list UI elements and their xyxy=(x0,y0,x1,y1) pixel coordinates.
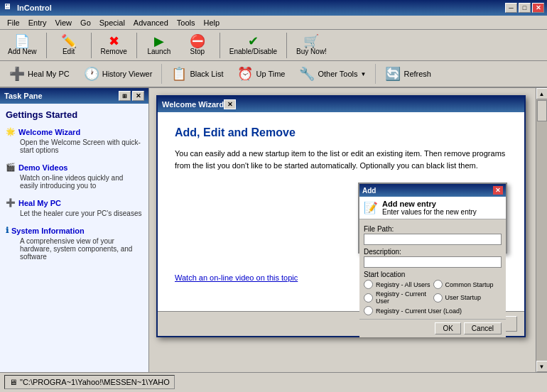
add-dialog-title-text: Add xyxy=(362,187,376,195)
toolbar-sep-3 xyxy=(136,33,137,58)
other-tools-button[interactable]: 🔧 Other Tools ▼ xyxy=(293,63,372,85)
history-viewer-button[interactable]: 🕐 History Viewer xyxy=(77,63,159,85)
demo-text: Watch on-line videos quickly and easily … xyxy=(6,174,143,190)
description-input[interactable] xyxy=(364,256,502,268)
add-cancel-button[interactable]: Cancel xyxy=(464,322,502,334)
radio-common-startup-input[interactable] xyxy=(433,280,443,289)
start-location-label: Start location xyxy=(364,271,502,278)
content-area: Welcome Wizard ✕ Add, Edit and Remove Yo… xyxy=(149,88,547,372)
launch-icon: ▶ xyxy=(154,35,164,48)
task-pane-header: Task Pane ⊞ ✕ xyxy=(0,88,148,104)
heal-section-title: Heal My PC xyxy=(18,199,61,207)
refresh-label: Refresh xyxy=(404,70,431,78)
radio-common-startup: Common Startup xyxy=(433,280,502,289)
toolbar-sep-5 xyxy=(286,33,287,58)
toolbar-sep-2 xyxy=(91,33,92,58)
sysinfo-title: System Information xyxy=(11,227,85,235)
add-dialog-header-title: Add new entry xyxy=(382,200,477,208)
enable-disable-label: Enable/Disable xyxy=(229,48,277,55)
window-controls: ─ □ ✕ xyxy=(505,3,544,13)
toolbar-sep-4 xyxy=(220,33,220,58)
radio-current-user-input[interactable] xyxy=(364,293,373,303)
radio-common-startup-label: Common Startup xyxy=(445,281,494,288)
toolbar2-sep-1 xyxy=(161,64,162,84)
filepath-input[interactable] xyxy=(364,234,502,245)
scroll-thumb[interactable] xyxy=(537,100,547,121)
welcome-wizard-link[interactable]: 🌟 Welcome Wizard xyxy=(6,127,143,136)
remove-button[interactable]: ✖ Remove xyxy=(96,33,132,58)
menu-advanced[interactable]: Advanced xyxy=(129,17,173,28)
add-dialog-inner: 📝 Add new entry Enter values for the new… xyxy=(359,197,506,337)
edit-button[interactable]: ✏️ Edit xyxy=(51,33,87,58)
scroll-down-button[interactable]: ▼ xyxy=(536,361,548,372)
radio-current-user: Registry - Current User xyxy=(364,290,433,305)
radio-all-users-input[interactable] xyxy=(364,280,373,289)
wizard-content: Add, Edit and Remove You can easily add … xyxy=(158,112,524,311)
wizard-dialog: Welcome Wizard ✕ Add, Edit and Remove Yo… xyxy=(156,95,526,337)
radio-current-user-load-input[interactable] xyxy=(364,306,373,315)
scrollbar[interactable]: ▲ ▼ xyxy=(536,88,547,372)
menu-special[interactable]: Special xyxy=(95,17,129,28)
toolbar-sep-1 xyxy=(46,33,47,58)
menu-file[interactable]: File xyxy=(3,17,24,28)
close-button[interactable]: ✕ xyxy=(532,3,544,13)
task-pane-float-button[interactable]: ⊞ xyxy=(119,91,131,101)
menu-tools[interactable]: Tools xyxy=(173,17,200,28)
uptime-button[interactable]: ⏰ Up Time xyxy=(231,63,291,85)
buy-now-icon: 🛒 xyxy=(303,35,319,48)
welcome-icon: 🌟 xyxy=(6,127,16,136)
welcome-title: Welcome Wizard xyxy=(18,128,80,136)
minimize-button[interactable]: ─ xyxy=(505,3,517,13)
demo-icon: 🎬 xyxy=(6,163,16,172)
stop-button[interactable]: ⛔ Stop xyxy=(180,33,215,58)
blacklist-icon: 📋 xyxy=(171,66,187,82)
remove-label: Remove xyxy=(101,48,127,55)
scroll-up-button[interactable]: ▲ xyxy=(536,88,548,99)
startup-icon: 🖥 xyxy=(9,378,17,386)
blacklist-label: Black List xyxy=(190,70,223,78)
enable-disable-icon: ✔ xyxy=(248,35,259,48)
edit-icon: ✏️ xyxy=(61,35,77,48)
title-bar: 🖥 InControl ─ □ ✕ xyxy=(0,0,547,16)
history-label: History Viewer xyxy=(102,70,153,78)
dropdown-arrow-icon: ▼ xyxy=(361,71,367,77)
radio-current-user-load: Registry - Current User (Load) xyxy=(364,306,502,315)
app-title: InControl xyxy=(17,4,505,12)
history-icon: 🕐 xyxy=(84,66,99,82)
task-pane-section-sysinfo: ℹ System Information A comprehensive vie… xyxy=(6,226,143,261)
add-new-button[interactable]: 📄 Add New xyxy=(3,33,42,58)
heal-pc-link[interactable]: ➕ Heal My PC xyxy=(6,198,143,207)
heal-button[interactable]: ➕ Heal My PC xyxy=(3,63,76,85)
other-tools-icon: 🔧 xyxy=(299,66,315,82)
heal-label: Heal My PC xyxy=(28,70,70,78)
radio-all-users: Registry - All Users xyxy=(364,280,433,289)
maximize-button[interactable]: □ xyxy=(519,3,531,13)
add-dialog-header: 📝 Add new entry Enter values for the new… xyxy=(359,197,506,219)
buy-now-label: Buy Now! xyxy=(296,48,327,55)
sysinfo-link[interactable]: ℹ System Information xyxy=(6,226,143,235)
radio-user-startup-input[interactable] xyxy=(433,293,443,303)
demo-videos-link[interactable]: 🎬 Demo Videos xyxy=(6,163,143,172)
app-icon: 🖥 xyxy=(3,2,14,13)
add-ok-button[interactable]: OK xyxy=(435,322,460,334)
refresh-icon: 🔄 xyxy=(385,66,401,82)
enable-disable-button[interactable]: ✔ Enable/Disable xyxy=(224,33,282,58)
refresh-button[interactable]: 🔄 Refresh xyxy=(379,63,438,85)
stop-icon: ⛔ xyxy=(190,35,205,48)
menu-help[interactable]: Help xyxy=(199,17,224,28)
add-dialog-header-sub: Enter values for the new entry xyxy=(382,208,477,216)
heal-text: Let the healer cure your PC's diseases xyxy=(6,209,143,217)
wizard-video-link[interactable]: Watch an on-line video on this topic xyxy=(175,273,298,282)
blacklist-button[interactable]: 📋 Black List xyxy=(165,63,229,85)
task-pane-section-welcome: 🌟 Welcome Wizard Open the Welcome Screen… xyxy=(6,127,143,154)
add-dialog-close-button[interactable]: ✕ xyxy=(493,186,503,195)
edit-label: Edit xyxy=(63,48,75,55)
buy-now-button[interactable]: 🛒 Buy Now! xyxy=(291,33,332,58)
main-toolbar: 📄 Add New ✏️ Edit ✖ Remove ▶ Launch ⛔ St… xyxy=(0,30,547,61)
launch-button[interactable]: ▶ Launch xyxy=(141,33,177,58)
menu-entry[interactable]: Entry xyxy=(24,17,51,28)
wizard-close-button[interactable]: ✕ xyxy=(224,99,236,109)
menu-view[interactable]: View xyxy=(50,17,76,28)
task-pane-close-button[interactable]: ✕ xyxy=(132,91,144,101)
menu-go[interactable]: Go xyxy=(76,17,95,28)
